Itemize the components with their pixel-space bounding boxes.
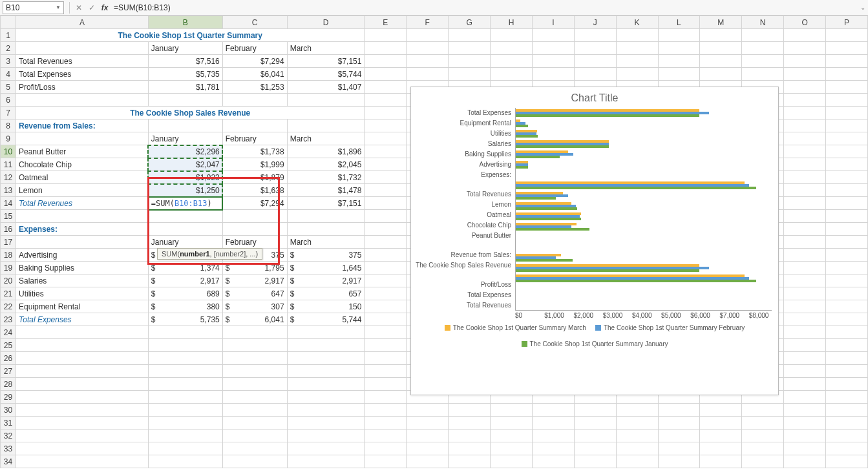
cell-B34[interactable] bbox=[148, 455, 222, 468]
cell-B4[interactable]: $5,735 bbox=[148, 68, 222, 81]
row-header-8[interactable]: 8 bbox=[1, 119, 16, 132]
cell-D4[interactable]: $5,744 bbox=[287, 68, 365, 81]
cell-D6[interactable] bbox=[287, 94, 365, 107]
row-header-12[interactable]: 12 bbox=[1, 171, 16, 184]
cell-F1[interactable] bbox=[407, 29, 449, 42]
cell-P2[interactable] bbox=[826, 42, 868, 55]
cell-A23[interactable]: Total Expenses bbox=[16, 313, 148, 326]
cell-A31[interactable] bbox=[16, 417, 148, 429]
cell-O22[interactable] bbox=[784, 300, 826, 313]
cell-N1[interactable] bbox=[742, 29, 784, 42]
cell-E7[interactable] bbox=[365, 107, 407, 119]
cell-A17[interactable] bbox=[16, 236, 148, 249]
cell-G3[interactable] bbox=[449, 55, 491, 68]
cell-O10[interactable] bbox=[784, 145, 826, 158]
cell-E29[interactable] bbox=[365, 391, 407, 404]
col-header-G[interactable]: G bbox=[449, 16, 491, 29]
cell-E23[interactable] bbox=[365, 313, 407, 326]
cell-P15[interactable] bbox=[826, 210, 868, 223]
cell-P6[interactable] bbox=[826, 94, 868, 107]
cell-K1[interactable] bbox=[616, 29, 658, 42]
cell-M4[interactable] bbox=[700, 68, 742, 81]
col-header-O[interactable]: O bbox=[784, 16, 826, 29]
cell-D21[interactable]: $657 bbox=[287, 287, 365, 300]
cell-C33[interactable] bbox=[222, 442, 287, 455]
cell-P34[interactable] bbox=[826, 455, 868, 468]
cell-A24[interactable] bbox=[16, 326, 148, 339]
cell-E27[interactable] bbox=[365, 365, 407, 378]
cell-B25[interactable] bbox=[148, 339, 222, 352]
cell-A30[interactable] bbox=[16, 404, 148, 417]
cell-O24[interactable] bbox=[784, 326, 826, 339]
row-header-33[interactable]: 33 bbox=[1, 442, 16, 455]
cell-I3[interactable] bbox=[532, 55, 574, 68]
col-header-K[interactable]: K bbox=[616, 16, 658, 29]
cell-B22[interactable]: $380 bbox=[148, 300, 222, 313]
row-header-4[interactable]: 4 bbox=[1, 68, 16, 81]
cell-I32[interactable] bbox=[532, 429, 574, 442]
cell-J31[interactable] bbox=[574, 417, 616, 429]
cell-P22[interactable] bbox=[826, 300, 868, 313]
cell-P12[interactable] bbox=[826, 171, 868, 184]
row-header-18[interactable]: 18 bbox=[1, 249, 16, 262]
row-header-7[interactable]: 7 bbox=[1, 107, 16, 119]
cell-B23[interactable]: $5,735 bbox=[148, 313, 222, 326]
cell-J1[interactable] bbox=[574, 29, 616, 42]
cell-L32[interactable] bbox=[658, 429, 700, 442]
cell-K2[interactable] bbox=[616, 42, 658, 55]
cell-A32[interactable] bbox=[16, 429, 148, 442]
cell-O2[interactable] bbox=[784, 42, 826, 55]
cell-N2[interactable] bbox=[742, 42, 784, 55]
cell-D8[interactable] bbox=[287, 119, 365, 132]
cell-D3[interactable]: $7,151 bbox=[287, 55, 365, 68]
cell-A12[interactable]: Oatmeal bbox=[16, 171, 148, 184]
cell-O20[interactable] bbox=[784, 274, 826, 287]
cell-C16[interactable] bbox=[222, 223, 287, 236]
cell-F34[interactable] bbox=[407, 455, 449, 468]
cell-A18[interactable]: Advertising bbox=[16, 249, 148, 262]
cell-A21[interactable]: Utilities bbox=[16, 287, 148, 300]
col-header-B[interactable]: B bbox=[148, 16, 222, 29]
cell-C17[interactable]: February bbox=[222, 236, 287, 249]
cell-B21[interactable]: $689 bbox=[148, 287, 222, 300]
cell-I4[interactable] bbox=[532, 68, 574, 81]
cell-J33[interactable] bbox=[574, 442, 616, 455]
cell-E19[interactable] bbox=[365, 262, 407, 274]
cell-O25[interactable] bbox=[784, 339, 826, 352]
cell-O16[interactable] bbox=[784, 223, 826, 236]
cell-L2[interactable] bbox=[658, 42, 700, 55]
cell-H34[interactable] bbox=[491, 455, 533, 468]
cell-O5[interactable] bbox=[784, 81, 826, 94]
cell-C12[interactable]: $1,879 bbox=[222, 171, 287, 184]
cell-A27[interactable] bbox=[16, 365, 148, 378]
cell-G31[interactable] bbox=[449, 417, 491, 429]
cell-D30[interactable] bbox=[287, 404, 365, 417]
cell-B5[interactable]: $1,781 bbox=[148, 81, 222, 94]
cell-E20[interactable] bbox=[365, 274, 407, 287]
cell-B27[interactable] bbox=[148, 365, 222, 378]
cell-C32[interactable] bbox=[222, 429, 287, 442]
cell-P20[interactable] bbox=[826, 274, 868, 287]
cell-P14[interactable] bbox=[826, 197, 868, 210]
cell-D33[interactable] bbox=[287, 442, 365, 455]
row-header-6[interactable]: 6 bbox=[1, 94, 16, 107]
cell-O33[interactable] bbox=[784, 442, 826, 455]
cell-C6[interactable] bbox=[222, 94, 287, 107]
cell-P19[interactable] bbox=[826, 262, 868, 274]
row-header-5[interactable]: 5 bbox=[1, 81, 16, 94]
cell-B3[interactable]: $7,516 bbox=[148, 55, 222, 68]
col-header-H[interactable]: H bbox=[491, 16, 533, 29]
cell-A16[interactable]: Expenses: bbox=[16, 223, 148, 236]
cell-O9[interactable] bbox=[784, 132, 826, 145]
cell-C11[interactable]: $1,999 bbox=[222, 158, 287, 171]
cell-O11[interactable] bbox=[784, 158, 826, 171]
row-header-14[interactable]: 14 bbox=[1, 197, 16, 210]
cell-F3[interactable] bbox=[407, 55, 449, 68]
cell-C3[interactable]: $7,294 bbox=[222, 55, 287, 68]
cell-D28[interactable] bbox=[287, 378, 365, 391]
cell-A11[interactable]: Chocolate Chip bbox=[16, 158, 148, 171]
cell-E5[interactable] bbox=[365, 81, 407, 94]
col-header-J[interactable]: J bbox=[574, 16, 616, 29]
cell-H32[interactable] bbox=[491, 429, 533, 442]
cell-I34[interactable] bbox=[532, 455, 574, 468]
